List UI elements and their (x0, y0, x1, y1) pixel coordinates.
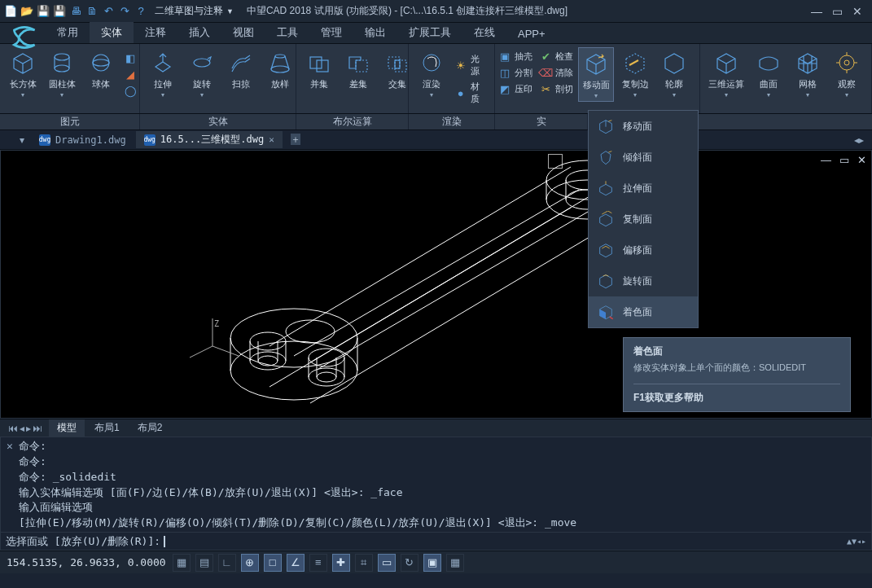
panel-label-solid[interactable]: 实体 (140, 114, 296, 129)
snap-toggle[interactable]: ▦ (173, 554, 191, 572)
dropdown-copyface[interactable]: 复制面 (589, 204, 698, 235)
dyninput-toggle[interactable]: ▭ (378, 554, 396, 572)
panel-label-boolean[interactable]: 布尔运算 (296, 114, 409, 129)
sphere-button[interactable]: 球体 (83, 47, 119, 92)
lineweight-toggle[interactable]: ≡ (309, 554, 327, 572)
loft-button[interactable]: 放样 (262, 47, 298, 92)
doc-tab-drawing1[interactable]: dwg Drawing1.dwg (31, 133, 134, 147)
observe-button[interactable]: 观察▾ (829, 47, 865, 100)
app-logo[interactable] (7, 20, 42, 55)
tab-manage[interactable]: 管理 (309, 22, 353, 43)
new-doc-button[interactable]: ＋ (284, 131, 307, 148)
render-button[interactable]: 渲染▾ (414, 47, 449, 100)
polar-toggle[interactable]: ⊕ (241, 554, 259, 572)
layout-scroll[interactable]: ⏮◂▸⏭ (3, 423, 47, 434)
redo-icon[interactable]: ↷ (117, 4, 132, 19)
command-input[interactable]: 选择面或 [放弃(U)/删除(R)]: ▲▼◂▸ (0, 533, 872, 551)
preview-icon[interactable]: 🗎 (85, 4, 99, 19)
3dops-icon (712, 49, 740, 77)
save-icon[interactable]: 💾 (36, 4, 50, 19)
ducs-toggle[interactable]: ⌗ (355, 554, 373, 572)
doc-tabs-scroll[interactable]: ◂▸ (854, 134, 864, 146)
surface-button[interactable]: 曲面▾ (751, 47, 787, 100)
material-button[interactable]: ●材质 (453, 80, 489, 106)
revolve-button[interactable]: 旋转▾ (184, 47, 220, 100)
tab-app[interactable]: APP+ (506, 24, 557, 43)
dwg-icon: dwg (144, 134, 156, 146)
workspace-selector[interactable]: 二维草图与注释 ▼ (155, 4, 234, 18)
moveface-button[interactable]: 移动面▾ (578, 47, 614, 102)
dyn-toggle[interactable]: ✚ (332, 554, 350, 572)
dropdown-extrudeface[interactable]: 拉伸面 (589, 173, 698, 204)
ortho-toggle[interactable]: ∟ (218, 554, 236, 572)
mesh-button[interactable]: 网格▾ (790, 47, 826, 100)
saveall-icon[interactable]: 💾 (52, 4, 67, 19)
panel-label-primitives[interactable]: 图元 (0, 114, 140, 129)
doc-tabs-dropdown[interactable]: ▾ (20, 134, 24, 146)
viewport-close[interactable]: ✕ (857, 154, 866, 166)
coordinates[interactable]: 154.5135, 26.9633, 0.0000 (7, 556, 166, 568)
check-button[interactable]: ✔检查 (537, 49, 575, 64)
tab-insert[interactable]: 插入 (177, 22, 221, 43)
layout-tab-model[interactable]: 模型 (49, 419, 85, 437)
qprops-toggle[interactable]: ▦ (446, 554, 464, 572)
dropdown-colorface[interactable]: 着色面 (589, 296, 698, 327)
open-icon[interactable]: 📂 (20, 4, 34, 19)
tab-tools[interactable]: 工具 (265, 22, 309, 43)
minimize-button[interactable]: — (811, 5, 822, 18)
maximize-button[interactable]: ▭ (832, 5, 843, 18)
close-button[interactable]: ✕ (852, 5, 862, 18)
tab-home[interactable]: 常用 (46, 22, 90, 43)
tab-extend[interactable]: 扩展工具 (397, 22, 462, 43)
dropdown-rotateface[interactable]: 旋转面 (589, 265, 698, 296)
extrude-button[interactable]: 拉伸▾ (145, 47, 181, 100)
cmd-line: [拉伸(E)/移动(M)/旋转(R)/偏移(O)/倾斜(T)/删除(D)/复制(… (19, 516, 868, 531)
osnap-toggle[interactable]: □ (264, 554, 282, 572)
tab-solid[interactable]: 实体 (90, 22, 134, 43)
tab-output[interactable]: 输出 (353, 22, 397, 43)
clean-button[interactable]: ⌫清除 (537, 65, 575, 80)
panel-label-solidedit[interactable]: 实 (495, 114, 588, 129)
close-tab-icon[interactable]: ✕ (269, 134, 274, 145)
sweep-button[interactable]: 扫掠 (223, 47, 259, 92)
cmd-scroll[interactable]: ▲▼◂▸ (847, 537, 866, 546)
cycle-toggle[interactable]: ↻ (401, 554, 418, 572)
undo-icon[interactable]: ↶ (101, 4, 116, 19)
torus-button[interactable]: ◯ (122, 83, 138, 98)
union-button[interactable]: 并集 (301, 47, 337, 92)
layout-tab-1[interactable]: 布局1 (86, 419, 128, 437)
shell-button[interactable]: ▣抽壳 (497, 49, 534, 64)
panel-label-render[interactable]: 渲染 (409, 114, 495, 129)
dropdown-moveface[interactable]: 移动面 (589, 111, 698, 142)
tab-view[interactable]: 视图 (221, 22, 265, 43)
polysolid-button[interactable]: ◧ (122, 50, 138, 65)
plot-icon[interactable]: 🖶 (68, 4, 83, 19)
render-icon (418, 49, 445, 77)
doc-tab-model[interactable]: dwg 16.5...三维模型.dwg ✕ (136, 131, 283, 148)
cylinder-button[interactable]: 圆柱体▾ (44, 47, 80, 100)
cmd-close-icon[interactable]: ✕ (4, 439, 15, 454)
silhouette-button[interactable]: 轮廓▾ (656, 47, 692, 100)
tab-online[interactable]: 在线 (462, 22, 506, 43)
grid-toggle[interactable]: ▤ (195, 554, 213, 572)
help-icon[interactable]: ? (134, 4, 148, 19)
wedge-button[interactable]: ◢ (122, 67, 138, 81)
light-button[interactable]: ☀光源 (453, 52, 489, 78)
command-history[interactable]: ✕ 命令: 命令: 命令: _solidedit 输入实体编辑选项 [面(F)/… (0, 437, 872, 533)
model-toggle[interactable]: ▣ (423, 554, 441, 572)
subtract-button[interactable]: 差集 (340, 47, 376, 92)
copyedge-button[interactable]: 复制边▾ (617, 47, 653, 100)
section-button[interactable]: ✂剖切 (537, 81, 575, 96)
imprint-button[interactable]: ◩压印 (497, 81, 534, 96)
cylinder-icon (48, 49, 76, 77)
separate-button[interactable]: ◫分割 (497, 65, 534, 80)
otrack-toggle[interactable]: ∠ (287, 554, 305, 572)
dropdown-offsetface[interactable]: 偏移面 (589, 235, 698, 265)
3dops-button[interactable]: 三维运算▾ (705, 47, 747, 100)
layout-tab-2[interactable]: 布局2 (129, 419, 171, 437)
dropdown-taperface[interactable]: 倾斜面 (589, 142, 698, 173)
tab-annotate[interactable]: 注释 (134, 22, 177, 43)
window-controls: — ▭ ✕ (811, 5, 869, 18)
new-icon[interactable]: 📄 (3, 4, 18, 19)
ribbon-group-solidedit: ▣抽壳 ◫分割 ◩压印 ✔检查 ⌫清除 ✂剖切 移动面▾ 复制边▾ 轮廓▾ (495, 44, 700, 113)
